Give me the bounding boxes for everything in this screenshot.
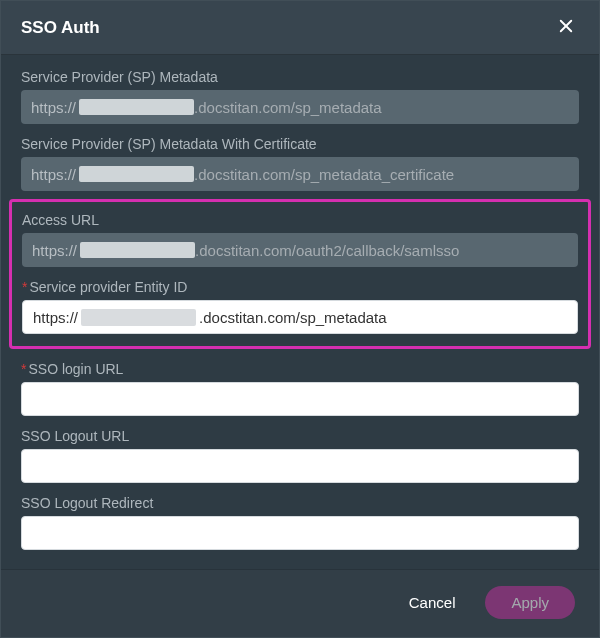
access-url-label: Access URL	[22, 212, 578, 228]
entity-id-value-suffix: .docstitan.com/sp_metadata	[199, 309, 387, 326]
close-icon	[557, 17, 575, 38]
sso-login-url-input[interactable]	[21, 382, 579, 416]
sso-logout-redirect-input[interactable]	[21, 516, 579, 550]
sp-metadata-prefix: https://	[31, 99, 76, 116]
modal-header: SSO Auth	[1, 1, 599, 55]
field-sp-metadata-cert: Service Provider (SP) Metadata With Cert…	[21, 136, 579, 191]
cancel-button[interactable]: Cancel	[397, 586, 468, 619]
modal-footer: Cancel Apply	[1, 569, 599, 637]
sp-metadata-suffix: .docstitan.com/sp_metadata	[194, 99, 382, 116]
sp-metadata-cert-value: https:// .docstitan.com/sp_metadata_cert…	[21, 157, 579, 191]
close-button[interactable]	[553, 13, 579, 42]
entity-id-label-text: Service provider Entity ID	[29, 279, 187, 295]
sso-logout-url-label: SSO Logout URL	[21, 428, 579, 444]
sso-login-url-label: *SSO login URL	[21, 361, 579, 377]
sso-login-url-label-text: SSO login URL	[28, 361, 123, 377]
redacted-segment	[79, 99, 194, 115]
redacted-segment	[81, 309, 196, 326]
sp-metadata-value: https:// .docstitan.com/sp_metadata	[21, 90, 579, 124]
redacted-segment	[79, 166, 194, 182]
field-sp-metadata: Service Provider (SP) Metadata https:// …	[21, 69, 579, 124]
redacted-segment	[80, 242, 195, 258]
entity-id-label: *Service provider Entity ID	[22, 279, 578, 295]
required-marker: *	[22, 279, 27, 295]
field-sso-logout-redirect: SSO Logout Redirect	[21, 495, 579, 550]
sp-metadata-cert-label: Service Provider (SP) Metadata With Cert…	[21, 136, 579, 152]
access-url-suffix: .docstitan.com/oauth2/callback/samlsso	[195, 242, 459, 259]
sso-auth-modal: SSO Auth Service Provider (SP) Metadata …	[0, 0, 600, 638]
sp-metadata-cert-prefix: https://	[31, 166, 76, 183]
modal-title: SSO Auth	[21, 18, 100, 38]
required-marker: *	[21, 361, 26, 377]
field-sso-login-url: *SSO login URL	[21, 361, 579, 416]
apply-button[interactable]: Apply	[485, 586, 575, 619]
field-entity-id: *Service provider Entity ID https:// .do…	[22, 279, 578, 334]
sp-metadata-cert-suffix: .docstitan.com/sp_metadata_certificate	[194, 166, 454, 183]
access-url-prefix: https://	[32, 242, 77, 259]
highlighted-section: Access URL https:// .docstitan.com/oauth…	[9, 199, 591, 349]
field-access-url: Access URL https:// .docstitan.com/oauth…	[22, 212, 578, 267]
entity-id-value-prefix: https://	[33, 309, 78, 326]
modal-body: Service Provider (SP) Metadata https:// …	[1, 55, 599, 569]
sso-logout-redirect-label: SSO Logout Redirect	[21, 495, 579, 511]
sp-metadata-label: Service Provider (SP) Metadata	[21, 69, 579, 85]
field-sso-logout-url: SSO Logout URL	[21, 428, 579, 483]
sso-logout-url-input[interactable]	[21, 449, 579, 483]
entity-id-input[interactable]: https:// .docstitan.com/sp_metadata	[22, 300, 578, 334]
access-url-value: https:// .docstitan.com/oauth2/callback/…	[22, 233, 578, 267]
